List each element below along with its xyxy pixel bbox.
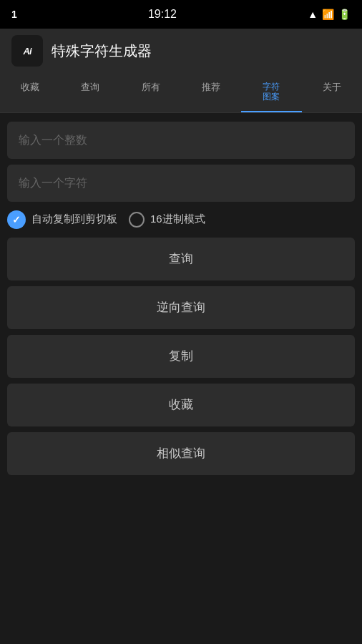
main-content: 自动复制到剪切板 16进制模式 查询 逆向查询 复制 收藏 相似查询 — [0, 113, 362, 484]
hex-mode-option[interactable]: 16进制模式 — [129, 212, 205, 228]
integer-input[interactable] — [7, 122, 355, 159]
auto-copy-checkbox[interactable] — [7, 210, 26, 229]
signal-icon: 📶 — [322, 9, 334, 20]
auto-copy-label: 自动复制到剪切板 — [31, 213, 117, 226]
battery-icon: 🔋 — [338, 9, 351, 20]
tab-char-pattern[interactable]: 字符图案 — [241, 73, 301, 112]
query-button[interactable]: 查询 — [7, 238, 355, 280]
tab-recommend[interactable]: 推荐 — [181, 73, 241, 112]
tab-all[interactable]: 所有 — [121, 73, 181, 112]
favorites-button[interactable]: 收藏 — [7, 384, 355, 426]
nav-tabs: 收藏 查询 所有 推荐 字符图案 关于 — [0, 73, 362, 113]
char-input[interactable] — [7, 165, 355, 202]
hex-mode-radio[interactable] — [129, 212, 145, 228]
tab-about[interactable]: 关于 — [302, 73, 362, 112]
options-row: 自动复制到剪切板 16进制模式 — [7, 208, 355, 232]
wifi-icon: ▲ — [308, 9, 318, 20]
tab-query[interactable]: 查询 — [60, 73, 120, 112]
auto-copy-option[interactable]: 自动复制到剪切板 — [7, 210, 117, 229]
status-number: 1 — [11, 9, 17, 20]
reverse-query-button[interactable]: 逆向查询 — [7, 286, 355, 329]
status-time: 19:12 — [148, 8, 177, 21]
status-icons: ▲ 📶 🔋 — [308, 9, 351, 20]
copy-button[interactable]: 复制 — [7, 335, 355, 378]
similar-query-button[interactable]: 相似查询 — [7, 432, 355, 475]
app-logo: Ai — [11, 35, 43, 67]
logo-text: Ai — [24, 46, 31, 57]
app-header: Ai 特殊字符生成器 — [0, 29, 362, 73]
app-title: 特殊字符生成器 — [52, 42, 152, 61]
status-bar: 1 19:12 ▲ 📶 🔋 — [0, 0, 362, 29]
tab-favorites[interactable]: 收藏 — [0, 73, 60, 112]
hex-mode-label: 16进制模式 — [150, 213, 205, 226]
